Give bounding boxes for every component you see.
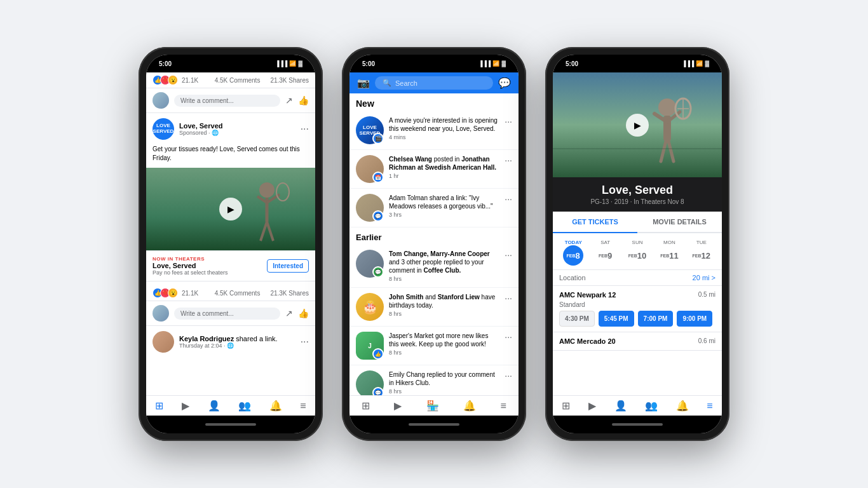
- nav-profile-icon-3[interactable]: 👤: [614, 400, 627, 412]
- notif-more-birthday[interactable]: ···: [505, 293, 512, 303]
- search-bar[interactable]: 🔍 Search: [375, 76, 493, 90]
- nav-home-icon[interactable]: ⊞: [155, 400, 163, 412]
- nav-marketplace-icon[interactable]: 🏪: [426, 400, 439, 412]
- showtime-430[interactable]: 4:30 PM: [559, 311, 595, 327]
- nav-groups-icon-3[interactable]: 👥: [645, 400, 658, 412]
- share-action-icon-2[interactable]: ↗: [285, 308, 293, 318]
- date-num-8: 8: [576, 252, 580, 260]
- keyla-more-icon[interactable]: ···: [301, 337, 309, 347]
- date-sat[interactable]: SAT FEB 9: [591, 240, 619, 266]
- nav-home-icon-2[interactable]: ⊞: [362, 400, 370, 412]
- post-more-icon[interactable]: ···: [301, 124, 309, 134]
- nav-notifications-icon[interactable]: 🔔: [269, 400, 282, 412]
- date-circle-12[interactable]: FEB 12: [691, 245, 712, 266]
- movie-play-btn[interactable]: ▶: [626, 114, 649, 137]
- share-actions-2: 4.5K Comments 21.3K Shares: [215, 290, 309, 297]
- notif-text-jasper: Jasper's Market got more new likes this …: [389, 332, 499, 348]
- notif-item-adam[interactable]: 💬 Adam Tolman shared a link: "Ivy Meadow…: [349, 189, 519, 227]
- keyla-meta: Keyla Rodriguez shared a link. Thursday …: [179, 335, 295, 349]
- notif-item-tom[interactable]: 💬 Tom Change, Marry-Anne Cooper and 3 ot…: [349, 245, 519, 288]
- post-body: Get your tissues ready! Love, Served com…: [146, 145, 315, 168]
- dates-row: TODAY FEB 8 SAT FEB 9: [553, 233, 722, 269]
- theater-info: NOW IN THEATERS Love, Served Pay no fees…: [153, 256, 228, 276]
- top-reactions-bar: 👍 ❤️ 😮 21.1K 4.5K Comments 21.3K Shares: [146, 72, 315, 88]
- messenger-icon[interactable]: 💬: [498, 77, 511, 89]
- date-num-12: 12: [702, 252, 710, 260]
- nav-watch-icon-3[interactable]: ▶: [588, 400, 596, 412]
- date-circle-8[interactable]: FEB 8: [563, 245, 583, 266]
- shares-count: 21.3K Shares: [270, 77, 309, 84]
- nav-home-icon-3[interactable]: ⊞: [562, 400, 570, 412]
- notif-content-emily: Emily Chang replied to your comment in H…: [389, 370, 499, 395]
- status-time-1: 5:00: [159, 60, 172, 67]
- svg-point-10: [658, 98, 676, 116]
- theater-dist-2: 0.6 mi: [698, 337, 715, 345]
- showtimes-row: 4:30 PM 5:45 PM 7:00 PM 9:00 PM: [559, 311, 715, 327]
- comment-input-bar-bottom[interactable]: Write a comment... ↗ 👍: [146, 301, 315, 326]
- notif-more-adam[interactable]: ···: [505, 194, 512, 204]
- tab-movie-details[interactable]: MOVIE DETAILS: [637, 212, 722, 232]
- date-circle-11[interactable]: FEB 11: [659, 245, 679, 266]
- nav-menu-icon-2[interactable]: ≡: [500, 400, 506, 412]
- showtime-545[interactable]: 5:45 PM: [599, 311, 634, 327]
- notif-text-chelsea: Chelsea Wang posted in Jonathan Richman …: [389, 155, 499, 172]
- location-distance[interactable]: 20 mi >: [693, 274, 715, 281]
- play-button[interactable]: ▶: [219, 198, 242, 220]
- nav-profile-icon[interactable]: 👤: [208, 400, 220, 412]
- interested-button[interactable]: Interested: [267, 259, 309, 273]
- tab-get-tickets[interactable]: GET TICKETS: [553, 212, 637, 233]
- date-today[interactable]: TODAY FEB 8: [559, 240, 587, 266]
- nav-watch-icon-2[interactable]: ▶: [394, 400, 402, 412]
- date-mon-label: MON: [655, 240, 683, 245]
- date-tue[interactable]: TUE FEB 12: [688, 240, 715, 266]
- like-action-icon[interactable]: 👍: [298, 95, 309, 105]
- showtime-900[interactable]: 9:00 PM: [677, 311, 712, 327]
- keyla-time: Thursday at 2:04 · 🌐: [179, 342, 295, 349]
- date-mon[interactable]: MON FEB 11: [655, 240, 683, 266]
- keyla-name: Keyla Rodriguez shared a link.: [179, 335, 295, 342]
- notif-badge-jasper: 👍: [372, 348, 384, 360]
- share-action-icon[interactable]: ↗: [285, 95, 293, 105]
- notif-more-jasper[interactable]: ···: [505, 332, 512, 342]
- camera-icon[interactable]: 📷: [357, 77, 370, 89]
- status-time-3: 5:00: [566, 60, 578, 67]
- date-sun[interactable]: SUN FEB 10: [623, 240, 651, 266]
- nav-menu-icon-3[interactable]: ≡: [707, 400, 712, 412]
- section-new-title: New: [349, 93, 519, 111]
- post-video-thumbnail[interactable]: ▶: [146, 168, 315, 250]
- like-action-icon-2[interactable]: 👍: [298, 308, 309, 318]
- signal-icon: ▐▐▐: [275, 60, 287, 67]
- notif-time-movie: 4 mins: [389, 134, 499, 140]
- notif-more-movie[interactable]: ···: [505, 116, 512, 126]
- notif-item-birthday[interactable]: 🎂 John Smith and Stanford Liew have birt…: [349, 288, 519, 327]
- notif-item-emily[interactable]: 💬 Emily Chang replied to your comment in…: [349, 365, 519, 395]
- notif-chelsea-msg: posted in: [434, 156, 461, 163]
- comment-input-bar-top[interactable]: Write a comment... ↗ 👍: [146, 88, 315, 113]
- notif-more-chelsea[interactable]: ···: [505, 155, 512, 165]
- notif-chelsea-name: Chelsea Wang: [389, 156, 432, 163]
- notif-item-movie[interactable]: LOVESERVED 🎬 A movie you're interested i…: [349, 111, 519, 150]
- phones-container: 5:00 ▐▐▐ 📶 ▓ 👍 ❤️ 😮 21.1K: [126, 34, 742, 454]
- status-icons-1: ▐▐▐ 📶 ▓: [275, 60, 302, 67]
- showtime-700[interactable]: 7:00 PM: [638, 311, 674, 327]
- nav-notifications-icon-2[interactable]: 🔔: [463, 400, 476, 412]
- reaction-icons-2: 👍 ❤️ 😮: [153, 288, 175, 298]
- nav-watch-icon[interactable]: ▶: [182, 400, 189, 412]
- comment-input-2[interactable]: Write a comment...: [174, 308, 280, 320]
- notif-item-chelsea[interactable]: 📅 Chelsea Wang posted in Jonathan Richma…: [349, 150, 519, 189]
- notif-more-emily[interactable]: ···: [505, 370, 512, 381]
- notif-more-tom[interactable]: ···: [505, 250, 512, 260]
- bottom-nav-3: ⊞ ▶ 👤 👥 🔔 ≡: [553, 395, 722, 416]
- comment-input[interactable]: Write a comment...: [174, 95, 280, 107]
- home-indicator-2: [409, 423, 459, 426]
- date-circle-9[interactable]: FEB 9: [595, 245, 616, 266]
- nav-menu-icon[interactable]: ≡: [300, 400, 306, 412]
- nav-groups-icon[interactable]: 👥: [238, 400, 251, 412]
- notch-2: [402, 55, 466, 69]
- nav-notifications-icon-3[interactable]: 🔔: [676, 400, 689, 412]
- bottom-reactions-bar: 👍 ❤️ 😮 21.1K 4.5K Comments 21.3K Shares: [146, 285, 315, 301]
- date-circle-10[interactable]: FEB 10: [627, 245, 648, 266]
- notif-text-emily: Emily Chang replied to your comment in H…: [389, 370, 499, 387]
- phone-2: 5:00 ▐▐▐ 📶 ▓ 📷 🔍 Search 💬 New: [342, 47, 526, 441]
- notif-item-jasper[interactable]: J 👍 Jasper's Market got more new likes t…: [349, 327, 519, 365]
